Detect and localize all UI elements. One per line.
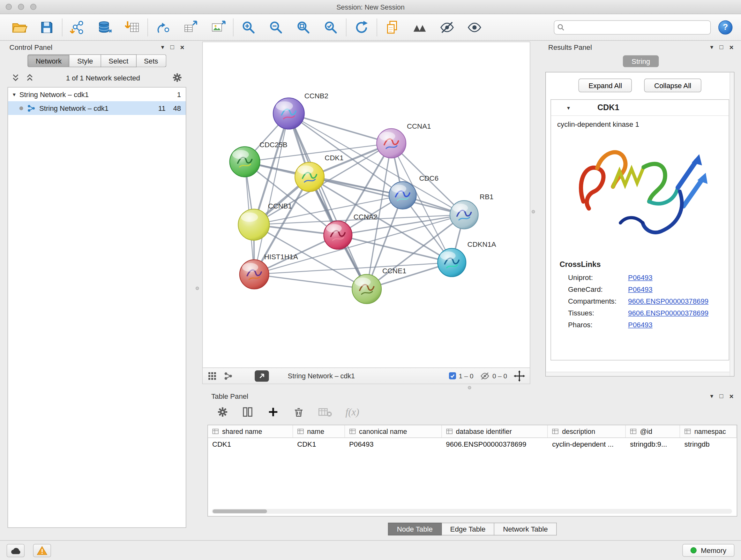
column-header-namespac[interactable]: namespac <box>680 425 737 438</box>
network-node-cdkn1a[interactable] <box>437 248 466 277</box>
network-collection-row[interactable]: ▾ String Network – cdk1 1 <box>8 87 186 101</box>
column-header-canonical-name[interactable]: canonical name <box>345 425 442 438</box>
vertical-splitter-handle[interactable] <box>196 287 199 290</box>
network-edge[interactable] <box>289 114 391 143</box>
table-cell[interactable]: stringdb <box>680 438 737 451</box>
clone-network-button[interactable] <box>149 17 177 38</box>
network-node-rb1[interactable] <box>450 200 478 229</box>
control-tab-network[interactable]: Network <box>28 54 70 67</box>
panel-close-icon[interactable]: × <box>729 392 733 399</box>
zoom-fit-button[interactable] <box>290 17 317 38</box>
horizontal-splitter-handle[interactable] <box>468 386 471 389</box>
collapse-all-icon[interactable] <box>11 73 20 82</box>
control-tab-style[interactable]: Style <box>70 54 101 67</box>
crosslink-value-link[interactable]: 9606.ENSP00000378699 <box>628 309 709 317</box>
grid-view-icon[interactable] <box>207 371 217 381</box>
table-cell[interactable]: 9606.ENSP00000378699 <box>442 438 548 451</box>
network-node-ccnb1[interactable] <box>238 209 269 240</box>
show-graphics-button[interactable] <box>461 17 488 38</box>
scrollbar-thumb[interactable] <box>212 509 267 513</box>
refresh-button[interactable] <box>348 17 375 38</box>
import-network-file-button[interactable] <box>64 17 91 38</box>
expand-all-button[interactable]: Expand All <box>579 78 632 92</box>
zoom-selected-button[interactable] <box>317 17 345 38</box>
network-node-ccnb2[interactable] <box>273 98 305 129</box>
crosslink-value-link[interactable]: 9606.ENSP00000378699 <box>628 297 709 305</box>
graphics-details-button[interactable] <box>406 17 433 38</box>
function-builder-button[interactable]: f(x) <box>346 406 359 418</box>
control-tab-sets[interactable]: Sets <box>136 54 166 67</box>
open-in-window-button[interactable] <box>255 370 269 381</box>
panel-menu-icon[interactable]: ▾ <box>711 393 714 399</box>
table-settings-gear-icon[interactable] <box>217 407 228 418</box>
panel-close-icon[interactable]: × <box>729 44 733 51</box>
table-cell[interactable]: stringdb:9... <box>626 438 680 451</box>
gene-section-header[interactable]: ▾ CDK1 <box>551 100 729 116</box>
cloud-status-button[interactable] <box>7 544 24 557</box>
zoom-in-button[interactable] <box>235 17 262 38</box>
tab-string[interactable]: String <box>623 55 658 67</box>
table-cell[interactable]: CDK1 <box>208 438 293 451</box>
network-node-cdc6[interactable] <box>389 182 416 209</box>
export-image-button[interactable] <box>204 17 232 38</box>
memory-button[interactable]: Memory <box>682 544 734 557</box>
expand-all-icon[interactable] <box>25 73 34 82</box>
network-node-ccna1[interactable] <box>377 129 406 158</box>
panel-float-icon[interactable]: □ <box>719 44 723 50</box>
table-horizontal-scrollbar[interactable] <box>212 509 732 514</box>
column-header-@id[interactable]: @id <box>626 425 680 438</box>
table-cell[interactable]: cyclin-dependent ... <box>548 438 626 451</box>
select-columns-icon[interactable] <box>242 406 254 418</box>
table-cell[interactable]: P06493 <box>345 438 442 451</box>
hide-graphics-button[interactable] <box>433 17 461 38</box>
section-expander-icon[interactable]: ▾ <box>567 105 570 111</box>
search-input[interactable] <box>554 20 711 34</box>
column-header-database-identifier[interactable]: database identifier <box>442 425 548 438</box>
save-session-button[interactable] <box>33 17 61 38</box>
panel-float-icon[interactable]: □ <box>171 44 174 50</box>
zoom-out-button[interactable] <box>262 17 290 38</box>
pan-crosshair-icon[interactable] <box>514 370 525 381</box>
annotation-document-button[interactable] <box>379 17 406 38</box>
network-view-icon[interactable] <box>223 371 233 381</box>
panel-menu-icon[interactable]: ▾ <box>161 44 164 50</box>
network-node-hist1h1a[interactable] <box>240 260 269 289</box>
control-tab-select[interactable]: Select <box>101 54 137 67</box>
collapse-all-button[interactable]: Collapse All <box>644 78 701 92</box>
crosslink-value-link[interactable]: P06493 <box>628 273 653 281</box>
network-edge[interactable] <box>254 114 289 274</box>
column-header-shared-name[interactable]: shared name <box>208 425 293 438</box>
import-network-database-button[interactable] <box>91 17 119 38</box>
panel-close-icon[interactable]: × <box>180 44 185 51</box>
network-node-cdk1[interactable] <box>295 162 324 192</box>
crosslink-value-link[interactable]: P06493 <box>628 285 653 293</box>
tree-expander-icon[interactable]: ▾ <box>13 91 16 98</box>
selected-checkbox-icon[interactable] <box>449 372 456 379</box>
table-tab-edge-table[interactable]: Edge Table <box>442 523 495 536</box>
network-node-ccne1[interactable] <box>352 274 381 304</box>
network-canvas[interactable]: CCNB2CCNA1CDC25BCDK1CDC6RB1CCNB1CCNA2CDK… <box>203 42 530 368</box>
add-column-icon[interactable] <box>267 406 280 418</box>
clear-table-icon[interactable] <box>318 407 332 418</box>
results-horizontal-scrollbar[interactable] <box>546 372 730 376</box>
table-cell[interactable]: CDK1 <box>293 438 345 451</box>
delete-column-icon[interactable] <box>293 406 305 418</box>
import-table-button[interactable] <box>119 17 146 38</box>
network-edge[interactable] <box>289 114 367 289</box>
help-button[interactable]: ? <box>718 20 732 34</box>
network-node-ccna2[interactable] <box>324 221 352 249</box>
table-tab-network-table[interactable]: Network Table <box>494 523 556 536</box>
network-row[interactable]: String Network – cdk1 11 48 <box>8 101 186 115</box>
vertical-splitter-handle[interactable] <box>532 210 535 213</box>
table-tab-node-table[interactable]: Node Table <box>388 523 442 536</box>
open-session-button[interactable] <box>6 17 33 38</box>
column-header-name[interactable]: name <box>293 425 345 438</box>
network-edge[interactable] <box>254 274 367 289</box>
network-edge[interactable] <box>254 215 464 274</box>
column-header-description[interactable]: description <box>548 425 626 438</box>
hidden-eye-icon[interactable] <box>480 372 489 380</box>
export-table-button[interactable] <box>177 17 204 38</box>
panel-float-icon[interactable]: □ <box>719 393 723 399</box>
warnings-button[interactable] <box>33 544 51 557</box>
network-node-cdc25b[interactable] <box>230 146 260 177</box>
